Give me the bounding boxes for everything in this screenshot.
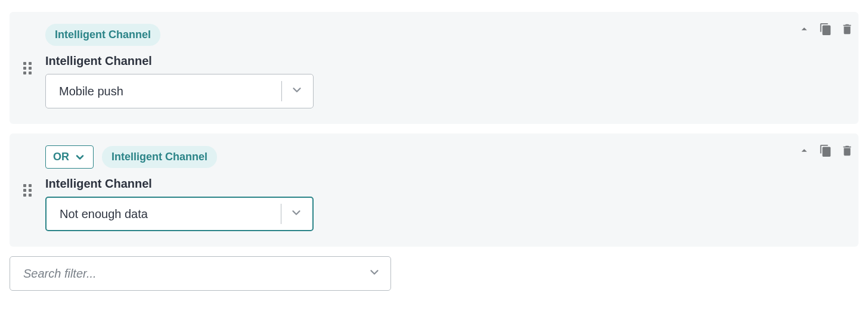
filter-value-select[interactable]: Mobile push [45, 74, 314, 108]
collapse-icon[interactable] [798, 144, 811, 160]
card-actions [798, 144, 854, 160]
filter-card: OR Intelligent Channel Intelligent Chann… [10, 133, 858, 247]
operator-selector[interactable]: OR [45, 145, 94, 169]
chevron-down-icon [290, 83, 303, 99]
card-body: OR Intelligent Channel Intelligent Chann… [45, 133, 858, 247]
copy-icon[interactable] [819, 144, 832, 160]
select-chevron-wrap [281, 198, 303, 230]
select-chevron-wrap [281, 74, 303, 108]
search-filter-select[interactable]: Search filter... [10, 256, 391, 291]
field-label: Intelligent Channel [45, 177, 847, 191]
badge-row: OR Intelligent Channel [45, 145, 847, 169]
chevron-down-icon [290, 206, 303, 222]
filter-value-select[interactable]: Not enough data [45, 197, 314, 231]
search-placeholder: Search filter... [23, 267, 97, 281]
select-value: Not enough data [60, 207, 148, 221]
drag-handle-icon[interactable] [23, 62, 32, 74]
trash-icon[interactable] [841, 23, 854, 38]
select-value: Mobile push [59, 85, 123, 98]
search-filter-row: Search filter... [10, 256, 858, 291]
operator-label: OR [53, 151, 69, 163]
trash-icon[interactable] [841, 144, 854, 160]
field-label: Intelligent Channel [45, 54, 847, 68]
chevron-down-icon [74, 151, 86, 163]
filter-type-badge: Intelligent Channel [102, 146, 217, 168]
filter-card: Intelligent Channel Intelligent Channel … [10, 12, 858, 124]
copy-icon[interactable] [819, 23, 832, 38]
drag-handle-wrap [10, 133, 45, 247]
card-body: Intelligent Channel Intelligent Channel … [45, 12, 858, 124]
drag-handle-icon[interactable] [23, 184, 32, 197]
chevron-down-icon [368, 266, 381, 281]
collapse-icon[interactable] [798, 23, 811, 38]
filter-type-badge: Intelligent Channel [45, 24, 160, 46]
card-actions [798, 23, 854, 38]
badge-row: Intelligent Channel [45, 24, 847, 46]
drag-handle-wrap [10, 12, 45, 124]
